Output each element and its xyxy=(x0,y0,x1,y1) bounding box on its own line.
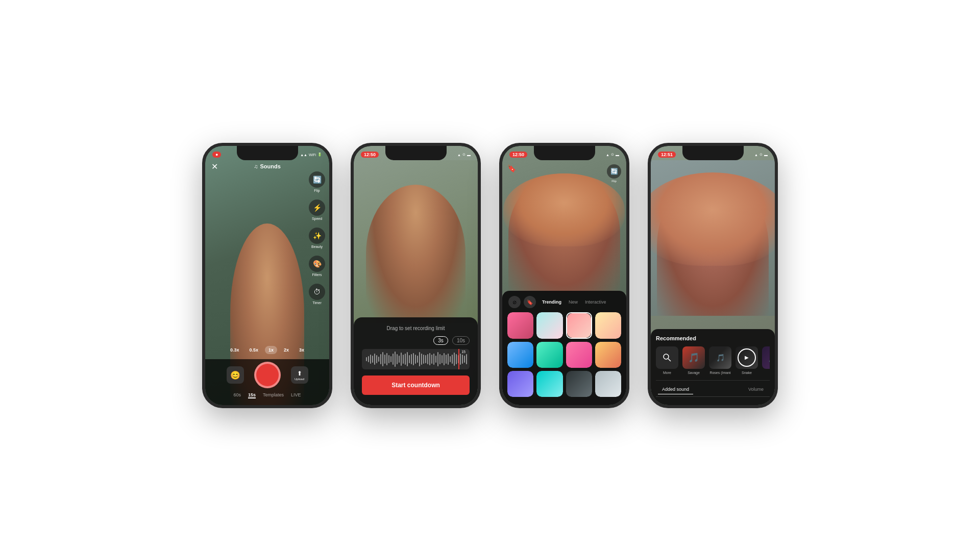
sound-item-roses[interactable]: 🎵 Roses (Imani xyxy=(709,346,731,375)
speed-2x[interactable]: 2x xyxy=(280,346,292,354)
wave-bar xyxy=(433,354,434,365)
filters-control[interactable]: 🎨 Filters xyxy=(309,256,325,277)
phone-2-screen: 12:50 ▲ ⊙ ▬ Drag to set recording limit … xyxy=(354,146,478,405)
search-icon xyxy=(662,353,672,363)
countdown-panel: Drag to set recording limit 3s 10s 15 (f… xyxy=(354,317,478,405)
sound-name-snake: Snake xyxy=(742,371,752,375)
filters-label: Filters xyxy=(312,273,322,277)
sound-name-savage: Savage xyxy=(688,371,700,375)
face-distort-effect xyxy=(503,173,625,246)
waveform[interactable]: 15 (function() { const heights = [8,12,1… xyxy=(362,349,470,369)
wave-bar xyxy=(450,356,451,362)
wifi-2: ⊙ xyxy=(462,153,465,157)
dur-live[interactable]: LIVE xyxy=(291,392,301,398)
flip-icon-3: 🔄 xyxy=(607,164,621,179)
speed-03x[interactable]: 0.3x xyxy=(227,346,243,354)
filter-thumb-11 xyxy=(566,371,592,397)
speed-1x[interactable]: 1x xyxy=(265,346,277,354)
speed-05x[interactable]: 0.5x xyxy=(246,346,262,354)
wave-bar xyxy=(376,355,377,363)
emoji-button[interactable]: 😊 xyxy=(227,366,244,384)
camera-view-4 xyxy=(651,160,775,316)
sound-item-snake[interactable]: ▶ Snake xyxy=(736,346,758,375)
bookmark-filter-icon[interactable]: 🔖 xyxy=(524,296,536,308)
wave-bar xyxy=(462,355,463,364)
close-button-1[interactable]: ✕ xyxy=(211,162,218,171)
wave-bar xyxy=(407,352,408,366)
time-indicator: 15 xyxy=(461,350,465,354)
countdown-header: Drag to set recording limit xyxy=(362,325,470,331)
no-filter-icon[interactable]: ⊘ xyxy=(508,296,521,308)
filter-tab-trending[interactable]: Trending xyxy=(539,298,565,306)
filter-tab-interactive[interactable]: Interactive xyxy=(582,298,609,306)
sound-item-savage[interactable]: 🎵 Savage xyxy=(682,346,705,375)
wave-bar xyxy=(415,355,416,364)
upload-button[interactable]: ⬆ Upload xyxy=(291,366,308,384)
music-icon: ♫ xyxy=(254,163,258,169)
filter-item-7[interactable] xyxy=(566,342,592,368)
filter-thumb-1 xyxy=(507,312,533,338)
timer-3s[interactable]: 3s xyxy=(433,336,448,345)
wave-bar xyxy=(382,352,383,366)
phone-3: 12:50 ▲ ⊙ ▬ 🔖 🔄 Flip ⊘ 🔖 Trending New xyxy=(499,143,629,408)
wave-bar xyxy=(388,355,389,363)
start-countdown-button[interactable]: Start countdown xyxy=(362,375,470,395)
status-time-1: ● xyxy=(212,152,221,158)
filter-thumb-7 xyxy=(566,342,592,368)
filter-item-6[interactable] xyxy=(536,342,562,368)
sound-item-more[interactable]: More xyxy=(656,346,678,375)
sound-name-roses: Roses (Imani xyxy=(709,371,730,375)
wave-bar xyxy=(442,355,443,363)
wave-bar xyxy=(421,354,422,365)
svg-point-0 xyxy=(664,354,669,359)
wave-bar xyxy=(419,352,420,366)
sounds-panel: Recommended More 🎵 xyxy=(651,329,775,405)
wave-bar xyxy=(372,356,373,363)
upload-icon: ⬆ xyxy=(297,370,302,377)
wave-bar xyxy=(439,354,440,364)
sound-tab-volume[interactable]: Volume xyxy=(744,385,768,394)
wave-bar xyxy=(446,355,447,364)
wave-bar xyxy=(405,354,406,365)
filter-item-11[interactable] xyxy=(566,371,592,397)
dur-templates[interactable]: Templates xyxy=(263,392,284,398)
person-figure-2 xyxy=(366,185,465,323)
sounds-header: ✕ ♫ Sounds xyxy=(205,160,329,172)
record-button[interactable] xyxy=(254,362,281,388)
speed-options: 0.3x 0.5x 1x 2x 3x xyxy=(205,346,329,354)
filter-item-5[interactable] xyxy=(507,342,533,368)
sound-tab-added[interactable]: Added sound xyxy=(658,385,693,394)
bookmark-icon[interactable]: 🔖 xyxy=(507,164,516,172)
filter-item-10[interactable] xyxy=(536,371,562,397)
flip-control[interactable]: 🔄 Flip xyxy=(309,171,325,192)
wave-bar xyxy=(431,355,432,364)
waveform-marker xyxy=(458,349,459,369)
filter-item-3[interactable] xyxy=(566,312,592,338)
timer-control[interactable]: ⏱ Timer xyxy=(309,284,325,305)
sound-item-fun[interactable]: 🎵 Fun xyxy=(762,346,770,375)
wave-bar xyxy=(464,356,465,363)
dur-60s[interactable]: 60s xyxy=(233,392,241,398)
beauty-control[interactable]: ✨ Beauty xyxy=(309,228,325,248)
status-icons-3: ▲ ⊙ ▬ xyxy=(606,153,619,157)
speed-control[interactable]: ⚡ Speed xyxy=(309,199,325,220)
filter-tab-new[interactable]: New xyxy=(566,298,581,306)
wave-bar xyxy=(380,354,381,364)
filter-item-12[interactable] xyxy=(595,371,621,397)
filter-item-9[interactable] xyxy=(507,371,533,397)
filter-item-2[interactable] xyxy=(536,312,562,338)
sounds-panel-title: Recommended xyxy=(656,335,770,341)
wave-bar xyxy=(409,355,410,363)
wave-bar xyxy=(460,354,461,365)
filter-thumb-5 xyxy=(507,342,533,368)
filter-thumb-3 xyxy=(567,313,591,337)
speed-3x[interactable]: 3x xyxy=(296,346,308,354)
filter-item-8[interactable] xyxy=(595,342,621,368)
filter-item-1[interactable] xyxy=(507,312,533,338)
status-icons-4: ▲ ⊙ ▬ xyxy=(754,153,768,157)
filter-item-4[interactable] xyxy=(595,312,621,338)
dur-15s[interactable]: 15s xyxy=(248,392,256,398)
battery-2: ▬ xyxy=(467,153,471,157)
flip-button-3[interactable]: 🔄 Flip xyxy=(607,164,621,183)
timer-10s[interactable]: 10s xyxy=(452,336,470,345)
